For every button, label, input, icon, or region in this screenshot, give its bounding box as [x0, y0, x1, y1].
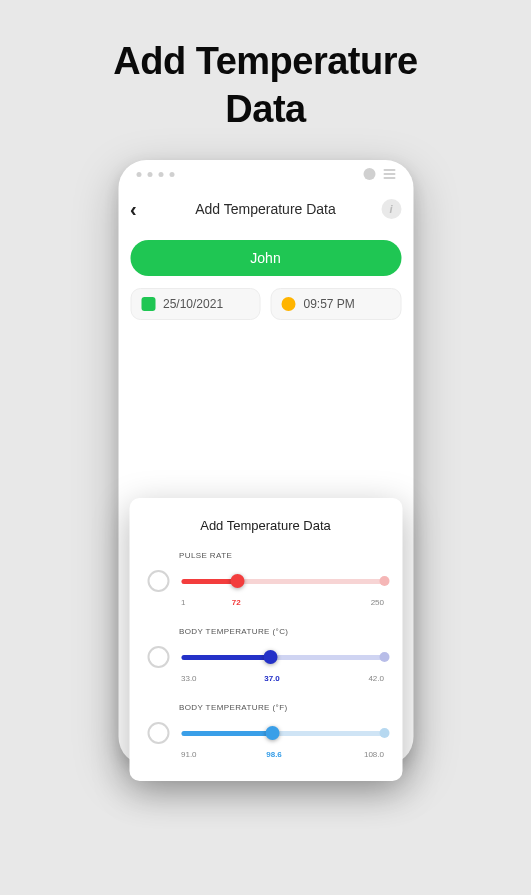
temp-c-max: 42.0 — [368, 674, 384, 683]
temp-c-label: BODY TEMPERATURE (°C) — [179, 627, 384, 636]
time-chip[interactable]: 09:57 PM — [271, 288, 402, 320]
pulse-slider[interactable] — [181, 579, 384, 584]
clock-icon — [282, 297, 296, 311]
temp-c-slider-group: BODY TEMPERATURE (°C) 33.0 42.0 37.0 — [147, 627, 384, 683]
temp-f-max: 108.0 — [364, 750, 384, 759]
calendar-icon — [141, 297, 155, 311]
temp-f-slider-group: BODY TEMPERATURE (°F) 91.0 108.0 98.6 — [147, 703, 384, 759]
appbar-title: Add Temperature Data — [118, 201, 413, 217]
temp-c-min: 33.0 — [181, 674, 197, 683]
temp-c-slider[interactable] — [181, 655, 384, 660]
temp-f-value: 98.6 — [266, 750, 282, 759]
date-value: 25/10/2021 — [163, 297, 223, 311]
back-icon[interactable]: ‹ — [130, 198, 137, 221]
date-chip[interactable]: 25/10/2021 — [130, 288, 261, 320]
temp-f-label: BODY TEMPERATURE (°F) — [179, 703, 384, 712]
overlay-title: Add Temperature Data — [147, 518, 384, 533]
profile-selector[interactable]: John — [130, 240, 401, 276]
pulse-slider-group: PULSE RATE 1 250 72 — [147, 551, 384, 607]
temp-f-toggle[interactable] — [147, 722, 169, 744]
pulse-toggle[interactable] — [147, 570, 169, 592]
temp-f-slider[interactable] — [181, 731, 384, 736]
pulse-label: PULSE RATE — [179, 551, 384, 560]
statusbar-dots — [136, 172, 174, 177]
temp-c-value: 37.0 — [264, 674, 280, 683]
pulse-value: 72 — [232, 598, 241, 607]
temp-c-toggle[interactable] — [147, 646, 169, 668]
app-bar: ‹ Add Temperature Data i — [118, 188, 413, 230]
pulse-min: 1 — [181, 598, 185, 607]
page-title: Add Temperature Data — [0, 0, 531, 133]
info-icon[interactable]: i — [381, 199, 401, 219]
temperature-overlay: Add Temperature Data PULSE RATE 1 250 72… — [129, 498, 402, 781]
pulse-max: 250 — [371, 598, 384, 607]
temp-f-min: 91.0 — [181, 750, 197, 759]
statusbar-right — [363, 168, 395, 180]
datetime-row: 25/10/2021 09:57 PM — [130, 288, 401, 320]
status-bar — [118, 160, 413, 188]
time-value: 09:57 PM — [304, 297, 355, 311]
